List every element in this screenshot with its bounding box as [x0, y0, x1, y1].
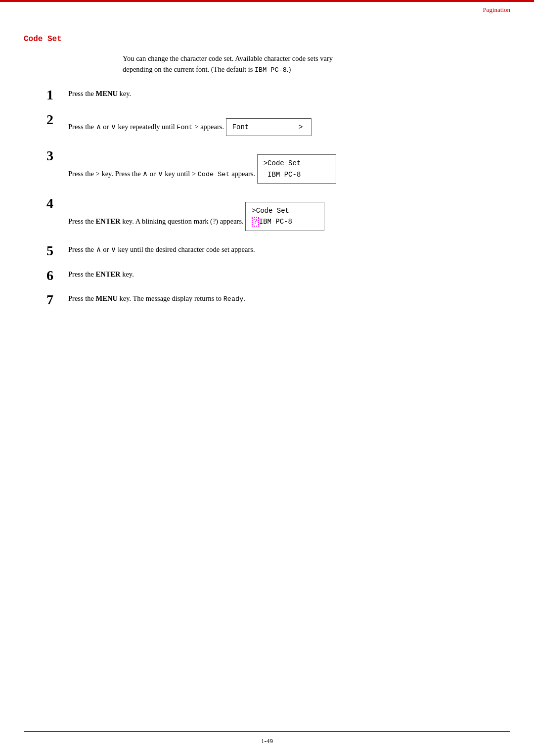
step-3-lcd-line1: >Code Set [264, 158, 328, 169]
intro-default-code: IBM PC-8 [255, 66, 287, 74]
step-4-bold: ENTER [96, 217, 121, 225]
header-pagination: Pagination [483, 6, 510, 14]
step-5-content: Press the ∧ or ∨ key until the desired c… [68, 243, 510, 255]
step-2-lcd: Font > [226, 118, 312, 136]
footer-page-number: 1-49 [261, 737, 273, 745]
step-4-number: 4 [24, 195, 53, 211]
step-4-content: Press the ENTER key. A blinking question… [68, 195, 510, 234]
step-1-number: 1 [24, 87, 53, 103]
step-3: 3 Press the > key. Press the ∧ or ∨ key … [24, 148, 510, 187]
step-1: 1 Press the MENU key. [24, 87, 510, 103]
step-3-content: Press the > key. Press the ∧ or ∨ key un… [68, 148, 510, 187]
step-7-bold: MENU [96, 294, 118, 302]
step-7-number: 7 [24, 292, 53, 308]
steps-list: 1 Press the MENU key. 2 Press the ∧ or ∨… [24, 87, 510, 308]
step-3-lcd-line2: IBM PC-8 [264, 169, 328, 180]
step-4: 4 Press the ENTER key. A blinking questi… [24, 195, 510, 234]
intro-line2-end: .) [287, 65, 291, 73]
step-2-number: 2 [24, 112, 53, 128]
bottom-rule [24, 731, 510, 732]
section-title: Code Set [24, 35, 510, 44]
step-2-mono: Font [177, 124, 192, 131]
step-4-lcd-line2: ?IBM PC-8 [252, 216, 316, 227]
step-1-content: Press the MENU key. [68, 87, 510, 99]
step-6-content: Press the ENTER key. [68, 268, 510, 280]
blink-qmark: ? [252, 217, 259, 227]
step-2-lcd-line1: Font > [232, 123, 303, 131]
intro-paragraph: You can change the character code set. A… [123, 53, 510, 75]
intro-line2: depending on the current font. (The defa… [123, 65, 255, 73]
step-3-mono: Code Set [198, 171, 230, 179]
step-5: 5 Press the ∧ or ∨ key until the desired… [24, 243, 510, 259]
step-7-content: Press the MENU key. The message display … [68, 292, 510, 304]
step-2-content: Press the ∧ or ∨ key repeatedly until Fo… [68, 112, 510, 139]
step-5-number: 5 [24, 243, 53, 259]
step-7-mono: Ready [223, 295, 244, 303]
step-6-number: 6 [24, 268, 53, 284]
main-content: Code Set You can change the character co… [24, 35, 510, 317]
pagination-label: Pagination [483, 6, 510, 13]
step-4-lcd: >Code Set ?IBM PC-8 [245, 202, 324, 231]
step-6-bold: ENTER [96, 270, 121, 278]
step-3-number: 3 [24, 148, 53, 164]
page: Pagination Code Set You can change the c… [0, 0, 534, 756]
step-3-lcd: >Code Set IBM PC-8 [257, 154, 336, 184]
top-rule [0, 0, 534, 2]
step-1-bold: MENU [96, 90, 118, 97]
step-2: 2 Press the ∧ or ∨ key repeatedly until … [24, 112, 510, 139]
step-7: 7 Press the MENU key. The message displa… [24, 292, 510, 308]
step-4-lcd-line1: >Code Set [252, 205, 316, 216]
intro-line1: You can change the character code set. A… [123, 54, 333, 62]
step-6: 6 Press the ENTER key. [24, 268, 510, 284]
